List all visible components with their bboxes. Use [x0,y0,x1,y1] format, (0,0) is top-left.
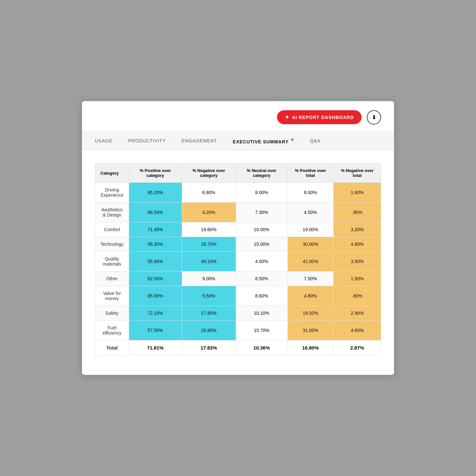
download-button[interactable]: ⬇ [367,110,381,125]
table-row: Comfort71.40%18.60%10.00%19.00%3.20% [95,222,381,237]
cell-pos-cat: 82.50% [129,271,182,286]
table-row: Safety72.10%17.80%10.10%18.50%2.90% [95,306,381,321]
table-row: Aesthetics& Design88.50%4.20%7.30%4.50%.… [95,203,381,222]
total-cell: 17.83% [182,340,236,355]
table-container: Category % Positive over category % Nega… [82,150,394,362]
nav-item-productivity[interactable]: PRODUCTIVITY [128,132,166,149]
cell-neg-total: 3.90% [334,252,381,271]
table-row: Value formoney85.90%5.50%8.60%4.80%.80% [95,286,381,306]
cell-pos-cat: 71.40% [129,222,182,237]
cell-category: Fuelefficiency [95,321,129,340]
cell-neu-cat: 15.00% [236,237,287,252]
col-header-category: Category [95,164,129,183]
cell-neg-total: 1.60% [334,183,381,203]
cell-neg-total: .90% [334,203,381,222]
col-header-pos-cat: % Positive over category [129,164,182,183]
col-header-neg-total: % Negative over total [334,164,381,183]
main-card: ✦ AI REPORT DASHBOARD ⬇ USAGE PRODUCTIVI… [82,101,394,375]
cell-neg-cat: 4.20% [182,203,236,222]
cell-pos-cat: 85.20% [129,183,182,203]
col-header-neu-cat: % Neutral over category [236,164,287,183]
cell-pos-total: 42.00% [287,252,334,271]
star-icon: ✦ [285,114,289,120]
cell-category: Aesthetics& Design [95,203,129,222]
cell-pos-cat: 56.30% [129,237,182,252]
cell-neg-total: 2.90% [334,306,381,321]
cell-neg-total: 4.60% [334,321,381,340]
cell-neg-cat: 26.80% [182,321,236,340]
data-table: Category % Positive over category % Nega… [95,163,381,355]
cell-neg-total: 4.80% [334,237,381,252]
cell-pos-cat: 88.50% [129,203,182,222]
col-header-pos-total: % Positive over total [287,164,334,183]
cell-neg-cat: 40.10% [182,252,236,271]
cell-pos-total: 31.00% [287,321,334,340]
cell-category: Comfort [95,222,129,237]
nav-item-usage[interactable]: USAGE [95,132,112,149]
cell-neg-cat: 9.00% [182,271,236,286]
table-row: Qualitymaterials55.90%40.10%4.00%42.00%3… [95,252,381,271]
cell-neg-cat: 6.80% [182,183,236,203]
total-cell: 10.36% [236,340,287,355]
cell-neg-cat: 5.50% [182,286,236,306]
cell-category: Other [95,271,129,286]
cell-pos-total: 19.00% [287,222,334,237]
cell-category: Technology [95,237,129,252]
cell-neu-cat: 8.60% [236,286,287,306]
cell-neu-cat: 8.00% [236,183,287,203]
cell-category: Qualitymaterials [95,252,129,271]
cell-category: Value formoney [95,286,129,306]
cell-neu-cat: 4.00% [236,252,287,271]
cell-pos-cat: 57.50% [129,321,182,340]
cell-pos-total: 30.00% [287,237,334,252]
nav-item-engagement[interactable]: ENGAGEMENT [181,132,217,149]
nav-item-executive-summary[interactable]: EXECUTIVE SUMMARY ✦ [233,131,295,150]
table-header-row: Category % Positive over category % Nega… [95,164,381,183]
table-total-row: Total71.81%17.83%10.36%16.80%2.87% [95,340,381,355]
cell-pos-cat: 55.90% [129,252,182,271]
nav-ai-star: ✦ [290,137,295,142]
cell-neu-cat: 10.10% [236,306,287,321]
cell-neu-cat: 7.30% [236,203,287,222]
cell-pos-cat: 72.10% [129,306,182,321]
nav-bar: USAGE PRODUCTIVITY ENGAGEMENT EXECUTIVE … [82,131,394,151]
table-row: DrivingExperience85.20%6.80%8.00%8.00%1.… [95,183,381,203]
cell-neu-cat: 10.00% [236,222,287,237]
ai-button-label: AI REPORT DASHBOARD [292,115,354,120]
ai-report-button[interactable]: ✦ AI REPORT DASHBOARD [277,110,362,124]
total-cell: 16.80% [287,340,334,355]
cell-neg-cat: 17.80% [182,306,236,321]
total-cell: Total [95,340,129,355]
cell-category: Safety [95,306,129,321]
download-icon: ⬇ [372,114,377,121]
cell-neg-cat: 18.60% [182,222,236,237]
nav-item-qa[interactable]: Q&A [310,132,321,149]
table-row: Fuelefficiency57.50%26.80%15.70%31.00%4.… [95,321,381,340]
cell-pos-total: 7.50% [287,271,334,286]
cell-pos-total: 18.50% [287,306,334,321]
total-cell: 2.87% [334,340,381,355]
cell-neu-cat: 15.70% [236,321,287,340]
cell-pos-cat: 85.90% [129,286,182,306]
cell-neg-total: .80% [334,286,381,306]
cell-pos-total: 4.50% [287,203,334,222]
table-row: Other82.50%9.00%8.50%7.50%1.50% [95,271,381,286]
cell-category: DrivingExperience [95,183,129,203]
cell-pos-total: 8.00% [287,183,334,203]
cell-pos-total: 4.80% [287,286,334,306]
header: ✦ AI REPORT DASHBOARD ⬇ [82,101,394,131]
cell-neg-total: 3.20% [334,222,381,237]
table-row: Technology56.30%28.70%15.00%30.00%4.80% [95,237,381,252]
cell-neu-cat: 8.50% [236,271,287,286]
total-cell: 71.81% [129,340,182,355]
col-header-neg-cat: % Negative over category [182,164,236,183]
cell-neg-total: 1.50% [334,271,381,286]
cell-neg-cat: 28.70% [182,237,236,252]
